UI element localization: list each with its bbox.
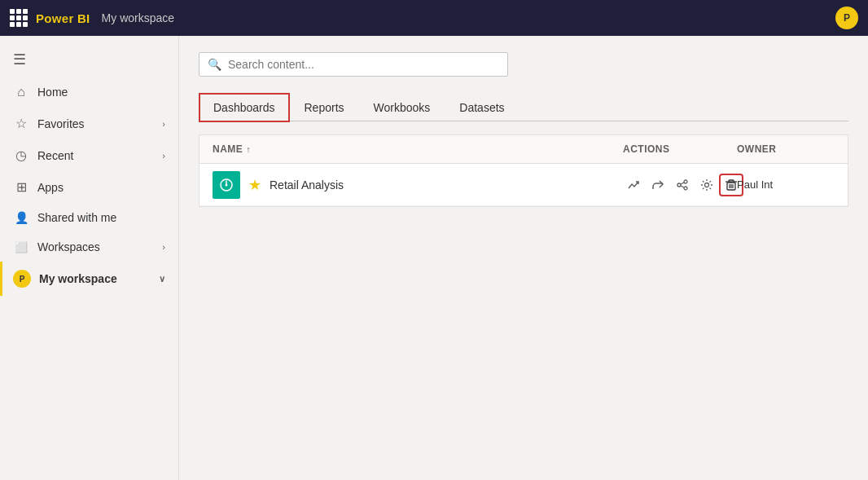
- sidebar-item-workspaces[interactable]: ⬜ Workspaces ›: [0, 232, 178, 262]
- table-header: NAME ↑ ACTIONS OWNER: [199, 135, 848, 164]
- svg-point-2: [684, 180, 687, 183]
- dashboard-icon: [213, 171, 240, 199]
- home-icon: ⌂: [13, 85, 29, 99]
- analyze-button[interactable]: [623, 175, 644, 195]
- row-actions: [623, 175, 737, 195]
- user-avatar[interactable]: P: [835, 7, 858, 29]
- sidebar-label-my-workspace: My workspace: [39, 272, 117, 285]
- row-owner: Paul Int: [737, 178, 835, 191]
- favorites-icon: ☆: [13, 116, 29, 131]
- sidebar-label-recent: Recent: [37, 149, 73, 162]
- share2-button[interactable]: [672, 175, 693, 195]
- tabs-divider: [199, 121, 848, 121]
- sidebar-toggle[interactable]: ☰: [0, 42, 178, 77]
- svg-point-3: [677, 183, 681, 187]
- favorites-chevron: ›: [162, 119, 165, 129]
- sidebar-item-my-workspace[interactable]: P My workspace ∨: [0, 262, 178, 296]
- col-header-name: NAME ↑: [213, 143, 623, 155]
- tab-datasets[interactable]: Datasets: [445, 93, 519, 121]
- waffle-menu[interactable]: [10, 9, 28, 27]
- share-button[interactable]: [647, 175, 669, 195]
- search-icon: 🔍: [208, 58, 221, 71]
- sidebar-label-favorites: Favorites: [37, 117, 85, 130]
- workspaces-chevron: ›: [162, 242, 165, 252]
- topbar: Power BI My workspace P: [0, 0, 868, 36]
- data-table: NAME ↑ ACTIONS OWNER: [199, 134, 848, 207]
- sort-asc-icon: ↑: [246, 144, 251, 154]
- settings-button[interactable]: [696, 175, 717, 195]
- recent-chevron: ›: [162, 151, 165, 161]
- brand-logo: Power BI: [36, 11, 90, 25]
- sidebar-item-shared[interactable]: 👤 Shared with me: [0, 203, 178, 232]
- sidebar-item-favorites[interactable]: ☆ Favorites ›: [0, 108, 178, 139]
- svg-point-1: [226, 183, 228, 186]
- workspace-label: My workspace: [102, 11, 174, 24]
- row-item-name: Retail Analysis: [270, 178, 344, 192]
- sidebar-item-recent[interactable]: ◷ Recent ›: [0, 139, 178, 171]
- sidebar: ☰ ⌂ Home ☆ Favorites › ◷ Recent › ⊞ Apps…: [0, 36, 179, 480]
- favorite-star[interactable]: ★: [248, 176, 261, 194]
- sidebar-label-shared: Shared with me: [37, 211, 116, 224]
- tab-workbooks[interactable]: Workbooks: [359, 93, 445, 121]
- recent-icon: ◷: [13, 148, 29, 163]
- search-bar[interactable]: 🔍: [199, 52, 508, 77]
- svg-line-5: [681, 183, 684, 184]
- col-header-owner: OWNER: [737, 143, 835, 155]
- svg-line-6: [681, 186, 684, 187]
- search-input[interactable]: [228, 58, 499, 71]
- brand-power: Power: [36, 11, 77, 25]
- sidebar-label-workspaces: Workspaces: [37, 240, 100, 253]
- sidebar-label-apps: Apps: [37, 181, 64, 194]
- svg-point-4: [684, 187, 687, 190]
- sidebar-item-apps[interactable]: ⊞ Apps: [0, 171, 178, 203]
- tabs-bar: Dashboards Reports Workbooks Datasets: [199, 91, 848, 121]
- row-name-col: ★ Retail Analysis: [213, 171, 623, 199]
- tab-dashboards[interactable]: Dashboards: [199, 93, 290, 122]
- svg-point-7: [705, 183, 709, 187]
- table-row: ★ Retail Analysis: [199, 164, 848, 206]
- apps-icon: ⊞: [13, 179, 29, 195]
- sidebar-label-home: Home: [37, 86, 68, 99]
- main-layout: ☰ ⌂ Home ☆ Favorites › ◷ Recent › ⊞ Apps…: [0, 36, 868, 480]
- brand-bi: BI: [77, 11, 90, 25]
- content-area: 🔍 Dashboards Reports Workbooks Datasets: [179, 36, 868, 480]
- tabs-wrapper: Dashboards Reports Workbooks Datasets: [199, 91, 848, 121]
- my-workspace-chevron: ∨: [159, 274, 165, 284]
- my-workspace-avatar: P: [13, 270, 31, 288]
- workspaces-icon: ⬜: [13, 241, 29, 253]
- col-header-actions: ACTIONS: [623, 143, 737, 155]
- tab-reports[interactable]: Reports: [290, 93, 359, 121]
- shared-icon: 👤: [13, 211, 29, 224]
- sidebar-item-home[interactable]: ⌂ Home: [0, 77, 178, 108]
